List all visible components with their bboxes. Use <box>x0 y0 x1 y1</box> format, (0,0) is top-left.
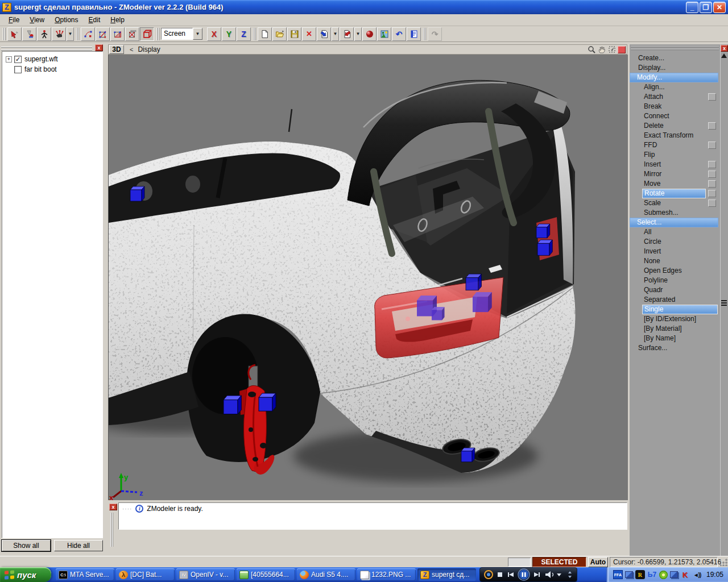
tree-item-label[interactable]: supergt.wft <box>24 55 58 63</box>
command-item-all[interactable]: All <box>630 227 720 237</box>
command-item-label[interactable]: Polyline <box>642 276 720 285</box>
delete-icon[interactable]: ✕ <box>302 27 316 41</box>
command-item-exact-transform[interactable]: Exact Transform <box>630 131 720 140</box>
toolbar-grip[interactable] <box>423 28 426 40</box>
toolbar-grip[interactable] <box>253 28 256 40</box>
log-grip[interactable] <box>110 513 114 547</box>
command-item-submesh[interactable]: Submesh... <box>630 208 720 218</box>
visibility-checkbox[interactable]: ✓ <box>14 56 22 63</box>
command-item-by-name[interactable]: [By Name] <box>630 334 720 343</box>
edge-mode-icon[interactable] <box>96 27 110 41</box>
command-item-label[interactable]: [By ID/Extension] <box>642 315 720 323</box>
command-item-move[interactable]: Move <box>630 179 720 189</box>
command-item-quadr[interactable]: Quadr <box>630 285 720 295</box>
open-file-icon[interactable] <box>272 27 287 41</box>
auto-button[interactable]: Auto <box>588 557 608 567</box>
taskbar-window-forum[interactable]: [40555664... <box>237 568 295 581</box>
media-player-toolbar[interactable] <box>479 567 577 582</box>
scrollbar-thumb[interactable] <box>721 300 727 307</box>
object-mode-icon[interactable] <box>140 27 154 41</box>
import-dropdown-icon[interactable]: ▼ <box>332 27 339 41</box>
minimize-button[interactable]: _ <box>686 2 698 13</box>
command-item-checkbox[interactable] <box>708 171 716 178</box>
command-item-label[interactable]: Quadr <box>642 286 720 294</box>
panel-grip[interactable]: x <box>1 44 105 51</box>
command-item-rotate[interactable]: Rotate <box>630 189 720 198</box>
3d-scene[interactable]: y x z <box>109 55 628 500</box>
axis-x-button[interactable]: X <box>207 27 221 41</box>
command-item-display[interactable]: Display... <box>630 63 720 73</box>
kaspersky-tray-icon[interactable]: K <box>680 570 690 579</box>
command-item-label[interactable]: Flip <box>642 151 720 159</box>
icq-tray-icon[interactable] <box>659 571 668 579</box>
command-item-label[interactable]: Submesh... <box>642 209 720 217</box>
panel-grip[interactable] <box>631 45 719 52</box>
command-item-ffd[interactable]: FFD <box>630 140 720 150</box>
command-item-checkbox[interactable] <box>708 199 716 207</box>
command-item-modify[interactable]: Modify... <box>630 73 718 82</box>
menu-edit[interactable]: Edit <box>84 15 106 25</box>
redo-icon[interactable]: ↷ <box>428 27 442 41</box>
viewport-back-arrow[interactable]: < <box>130 46 133 53</box>
scroll-up-icon[interactable] <box>721 53 727 58</box>
command-item-invert[interactable]: Invert <box>630 247 720 256</box>
command-item-connect[interactable]: Connect <box>630 111 720 121</box>
command-item-break[interactable]: Break <box>630 102 720 111</box>
rockstar-tray-icon[interactable]: R <box>635 570 645 579</box>
close-button[interactable]: ✕ <box>713 2 726 13</box>
visibility-checkbox[interactable] <box>14 66 22 73</box>
taskbar-window-lambda[interactable]: λ[DC] Bat... <box>116 568 175 581</box>
export-dropdown-icon[interactable]: ▼ <box>354 27 362 41</box>
volume-tray-icon[interactable]: ◄)) <box>692 570 702 579</box>
taskbar-window-zmodeler[interactable]: Zsupergt сд... <box>417 568 476 581</box>
ffa-tray-icon[interactable]: FFA <box>613 570 623 579</box>
command-item-circle[interactable]: Circle <box>630 237 720 247</box>
import-icon[interactable] <box>317 27 331 41</box>
command-item-label[interactable]: None <box>642 257 720 265</box>
command-item-label[interactable]: Scale <box>642 199 708 207</box>
command-item-label[interactable]: Connect <box>642 112 720 120</box>
toolbar-grip[interactable] <box>3 28 6 40</box>
network-tray-icon[interactable] <box>625 571 633 578</box>
show-all-button[interactable]: Show all <box>2 540 51 551</box>
restore-button[interactable]: ❐ <box>700 2 712 13</box>
command-item-checkbox[interactable] <box>708 180 716 188</box>
command-item-label[interactable]: Invert <box>642 247 720 256</box>
pin-tool-icon[interactable] <box>22 27 36 41</box>
log-window-icon[interactable] <box>407 27 421 41</box>
command-item-label[interactable]: Insert <box>642 160 708 169</box>
command-item-by-id-extension[interactable]: [By ID/Extension] <box>630 314 720 324</box>
command-item-checkbox[interactable] <box>708 93 716 101</box>
bones-tool-icon[interactable] <box>37 27 51 41</box>
menu-help[interactable]: Help <box>105 15 130 25</box>
command-item-insert[interactable]: Insert <box>630 160 720 169</box>
face-mode-icon[interactable] <box>110 27 125 41</box>
start-button[interactable]: пуск <box>0 567 51 582</box>
command-item-checkbox[interactable] <box>708 161 716 168</box>
tree-item[interactable]: +✓supergt.wft <box>3 54 101 64</box>
command-item-select[interactable]: Select... <box>630 218 718 227</box>
resize-grip[interactable] <box>720 559 727 566</box>
render-sphere-icon[interactable] <box>362 27 377 41</box>
command-item-label[interactable]: Single <box>642 305 718 314</box>
taskbar-window-firefox[interactable]: Audi S5 4.... <box>297 568 355 581</box>
command-item-scale[interactable]: Scale <box>630 198 720 208</box>
screen-select-arrow-icon[interactable]: ▼ <box>193 28 202 40</box>
tool-dropdown-icon[interactable]: ▼ <box>67 27 74 41</box>
zoom-tool-icon[interactable] <box>587 45 596 54</box>
command-item-label[interactable]: All <box>642 228 720 236</box>
command-item-create[interactable]: Create... <box>630 53 720 63</box>
screen-select[interactable]: Screen ▼ <box>161 28 202 40</box>
command-item-delete[interactable]: Delete <box>630 121 720 131</box>
rotate-view-icon[interactable] <box>607 45 617 54</box>
command-item-checkbox[interactable] <box>708 142 716 149</box>
gizmo-tool-icon[interactable] <box>7 27 22 41</box>
save-file-icon[interactable] <box>287 27 301 41</box>
command-item-label[interactable]: [By Material] <box>642 325 720 333</box>
vertex-mode-icon[interactable] <box>81 27 95 41</box>
command-item-label[interactable]: Align... <box>642 83 720 92</box>
command-item-label[interactable]: Display... <box>636 64 720 72</box>
command-item-none[interactable]: None <box>630 256 720 266</box>
pan-tool-icon[interactable] <box>597 45 606 54</box>
hide-all-button[interactable]: Hide all <box>54 540 103 551</box>
